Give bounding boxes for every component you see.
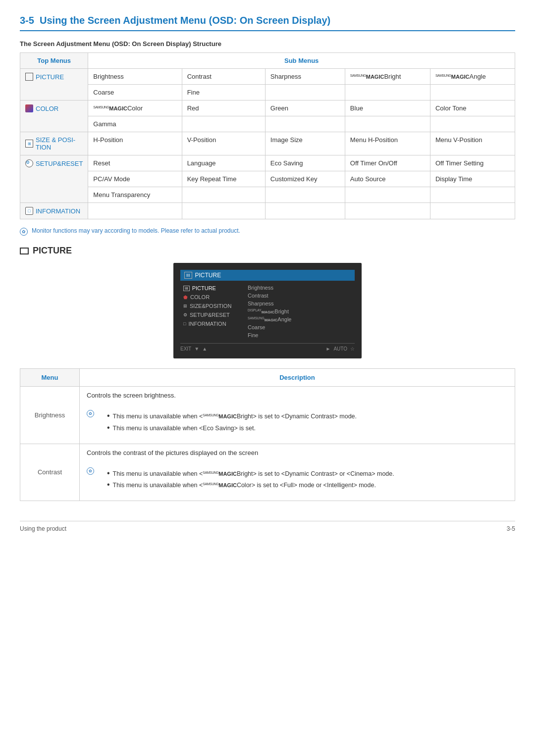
col-header-sub: Sub Menus: [88, 53, 515, 69]
desc-row-contrast: Contrast Controls the contrast of the pi…: [20, 444, 515, 501]
osd-sub-item: Fine: [248, 331, 355, 339]
note-icon: ✿: [87, 410, 94, 417]
note-row: ✿ Monitor functions may vary according t…: [20, 227, 515, 236]
top-menu-picture: PICTURE: [25, 73, 83, 81]
osd-sub-item: DISPLAYMAGICBright: [248, 307, 355, 315]
size-icon: ⊞: [25, 140, 33, 148]
note-contrast: ✿ • This menu is unavailable when <SAMSU…: [87, 467, 508, 493]
osd-menu-item: ⚙ SETUP&RESET: [180, 310, 240, 319]
note-text: Monitor functions may vary according to …: [32, 227, 240, 234]
footer-bar: Using the product 3-5: [20, 521, 515, 532]
note-icon: ✿: [20, 228, 28, 236]
menu-label-brightness: Brightness: [20, 387, 80, 444]
picture-section-title: PICTURE: [20, 246, 515, 256]
menu-label-contrast: Contrast: [20, 444, 80, 501]
section-title: 3-5 Using the Screen Adjustment Menu (OS…: [20, 15, 515, 31]
table-row: Gamma: [20, 116, 515, 132]
osd-menu-list: III PICTURE ⬟ COLOR ⊞ SIZE&POSITION ⚙ SE…: [180, 284, 240, 339]
bullet-item: • This menu is unavailable when <Eco Sav…: [107, 424, 357, 433]
table-row: □ INFORMA­TION: [20, 203, 515, 219]
table-row: ⊞ SIZE & POSI­TION H-Position V-Position…: [20, 132, 515, 155]
bullet-item: • This menu is unavailable when <SAMSUNG…: [107, 481, 394, 490]
osd-menu-item: ⊞ SIZE&POSITION: [180, 302, 240, 310]
table-row: PC/AV Mode Key Repeat Time Customized Ke…: [20, 171, 515, 187]
osd-menu-item: ⬟ COLOR: [180, 293, 240, 302]
osd-menu-item: □ INFORMATION: [180, 319, 240, 328]
osd-sub-item: Sharpness: [248, 300, 355, 307]
table-row: Menu Transpar­ency: [20, 187, 515, 203]
table-subtitle: The Screen Adjustment Menu (OSD: On Scre…: [20, 40, 515, 48]
footer-left: Using the product: [20, 525, 66, 532]
table-row: COLOR SAMSUNGMAGICColor Red Green Blue C…: [20, 101, 515, 116]
picture-icon: [25, 73, 33, 81]
info-icon: □: [25, 207, 33, 215]
table-row: Coarse Fine: [20, 85, 515, 101]
top-menu-info: □ INFORMA­TION: [25, 207, 83, 215]
picture-section-icon: [20, 248, 29, 254]
color-icon: [25, 104, 33, 112]
bullet-item: • This menu is unavailable when <SAMSUNG…: [107, 412, 357, 421]
setup-icon: ⚙: [25, 159, 33, 167]
osd-sub-item: Brightness: [248, 284, 355, 292]
osd-menu-item: III PICTURE: [180, 284, 240, 293]
osd-sub-item: Coarse: [248, 323, 355, 331]
description-table: Menu Description Brightness Controls the…: [20, 368, 515, 501]
note-icon: ✿: [87, 467, 94, 475]
osd-header: III PICTURE: [180, 270, 355, 281]
osd-sub-list: Brightness Contrast Sharpness DISPLAYMAG…: [245, 284, 355, 339]
desc-contrast: Controls the contrast of the pictures di…: [80, 444, 515, 501]
desc-col-menu: Menu: [20, 369, 80, 387]
osd-sub-item: Contrast: [248, 292, 355, 300]
osd-sub-item: SAMSUNGMAGICAngle: [248, 315, 355, 323]
osd-layout: III PICTURE ⬟ COLOR ⊞ SIZE&POSITION ⚙ SE…: [180, 284, 355, 339]
picture-section: PICTURE III PICTURE III PICTURE ⬟ COLOR …: [20, 246, 515, 358]
top-menu-size: ⊞ SIZE & POSI­TION: [25, 136, 83, 151]
table-row: ⚙ SETUP&RESET Reset Language Eco Saving …: [20, 155, 515, 171]
desc-brightness: Controls the screen brightness. ✿ • This…: [80, 387, 515, 444]
bullet-item: • This menu is unavailable when <SAMSUNG…: [107, 469, 394, 479]
table-row: PICTURE Brightness Contrast Sharpness SA…: [20, 69, 515, 85]
desc-col-desc: Description: [80, 369, 515, 387]
osd-screen: III PICTURE III PICTURE ⬟ COLOR ⊞ SIZE&P…: [173, 263, 362, 358]
footer-right: 3-5: [507, 525, 515, 532]
top-menu-color: COLOR: [25, 104, 83, 112]
top-menu-setup: ⚙ SETUP&RESET: [25, 159, 83, 167]
col-header-top: Top Menus: [20, 53, 88, 69]
note-brightness: ✿ • This menu is unavailable when <SAMSU…: [87, 409, 508, 436]
structure-table: Top Menus Sub Menus PICTURE Brightness C…: [20, 52, 515, 219]
osd-footer: EXIT ▼ ▲ ► AUTO ☆: [180, 343, 355, 352]
desc-row-brightness: Brightness Controls the screen brightnes…: [20, 387, 515, 444]
